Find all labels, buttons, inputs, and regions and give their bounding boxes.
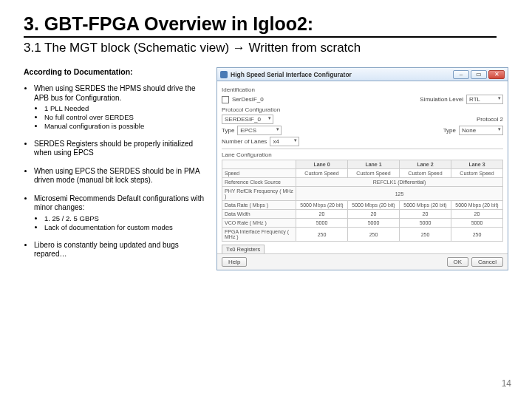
- speed-l3[interactable]: Custom Speed: [451, 169, 503, 178]
- cancel-button[interactable]: Cancel: [471, 257, 503, 267]
- sim-level-label: Simulation Level: [420, 96, 463, 103]
- maximize-button[interactable]: ▭: [471, 70, 487, 79]
- row-fpga-label: FPGA Interface Frequency ( MHz ): [222, 228, 296, 242]
- bullet-1b: No full control over SERDES: [44, 113, 211, 122]
- col-lane3: Lane 3: [451, 160, 503, 169]
- row-vco-label: VCO Rate ( MHz ): [222, 219, 296, 228]
- serdes-select[interactable]: SERDESIF_0: [222, 115, 273, 124]
- vco-l2: 5000: [400, 219, 451, 228]
- type-select[interactable]: EPCS: [237, 126, 282, 135]
- bullet-5: Libero is constantly being updated and b…: [34, 241, 211, 259]
- width-l2: 20: [400, 210, 451, 219]
- doc-heading: According to Documentation:: [24, 67, 211, 77]
- protocol2-type-label: Type: [443, 127, 456, 134]
- title-underline: [24, 36, 497, 38]
- serdes-if-label: SerDesIF_0: [232, 96, 264, 103]
- bullet-1-text: When using SERDES the HPMS should drive …: [34, 84, 195, 102]
- speed-l1[interactable]: Custom Speed: [348, 169, 400, 178]
- width-l3: 20: [451, 210, 503, 219]
- sim-level-select[interactable]: RTL: [466, 95, 503, 104]
- rate-l2[interactable]: 5000 Mbps (20 bit): [400, 201, 451, 210]
- col-lane2: Lane 2: [400, 160, 451, 169]
- minimize-button[interactable]: –: [453, 70, 469, 79]
- window-title: High Speed Serial Interface Configurator: [231, 71, 451, 78]
- bullet-4b: Lack of documentation for custom modes: [44, 223, 211, 232]
- bullet-1: When using SERDES the HPMS should drive …: [34, 84, 211, 131]
- bullet-1a: 1 PLL Needed: [44, 104, 211, 113]
- protocol2-type-select[interactable]: None: [459, 126, 503, 135]
- vco-l3: 5000: [451, 219, 503, 228]
- type-label: Type: [222, 127, 234, 134]
- link-icon: [222, 96, 229, 103]
- bullet-1c: Manual configuration is possible: [44, 122, 211, 131]
- window-footer: Help OK Cancel: [217, 253, 508, 270]
- help-button[interactable]: Help: [222, 257, 247, 267]
- protocol-config-label: Protocol Configuration: [222, 106, 503, 113]
- row-refclk-label: Reference Clock Source: [222, 178, 296, 187]
- bullet-4a: 1. 25 / 2. 5 GBPS: [44, 214, 211, 223]
- refclk-value[interactable]: REFCLK1 (Differential): [296, 178, 503, 187]
- row-speed-label: Speed: [222, 169, 296, 178]
- configurator-window: High Speed Serial Interface Configurator…: [216, 67, 508, 270]
- vco-l1: 5000: [348, 219, 400, 228]
- speed-l0[interactable]: Custom Speed: [296, 169, 348, 178]
- bullet-2: SERDES Registers should be properly init…: [34, 140, 211, 158]
- width-l1: 20: [348, 210, 400, 219]
- row-reffreq-label: PHY RefClk Frequency ( MHz ): [222, 187, 296, 201]
- col-lane0: Lane 0: [296, 160, 348, 169]
- row-width-label: Data Width: [222, 210, 296, 219]
- bullet-3: When using EPCS the SERDES should be in …: [34, 167, 211, 185]
- fpga-l2: 250: [400, 228, 451, 242]
- lanes-label: Number of Lanes: [222, 138, 267, 145]
- lane-config-label: Lane Configuration: [222, 151, 503, 158]
- rate-l1[interactable]: 5000 Mbps (20 bit): [348, 201, 400, 210]
- fpga-l3: 250: [451, 228, 503, 242]
- page-number: 14: [502, 378, 511, 389]
- vco-l0: 5000: [296, 219, 348, 228]
- slide-title: 3. GBT-FPGA Overview in Igloo2:: [24, 13, 508, 35]
- close-button[interactable]: ✕: [488, 70, 505, 79]
- rate-l3[interactable]: 5000 Mbps (20 bit): [451, 201, 503, 210]
- lane-config-table: Lane 0 Lane 1 Lane 2 Lane 3 Speed Custom…: [222, 160, 503, 242]
- window-titlebar: High Speed Serial Interface Configurator…: [217, 68, 508, 81]
- bullet-4-text: Microsemi Recommends Default configurati…: [34, 194, 204, 212]
- speed-l2[interactable]: Custom Speed: [400, 169, 451, 178]
- reffreq-value[interactable]: 125: [296, 187, 503, 201]
- slide-subtitle: 3.1 The MGT block (Schematic view) → Wri…: [24, 41, 508, 55]
- identification-label: Identification: [222, 86, 503, 93]
- fpga-l0: 250: [296, 228, 348, 242]
- window-body: Identification SerDesIF_0 Simulation Lev…: [217, 81, 508, 253]
- col-lane1: Lane 1: [348, 160, 400, 169]
- width-l0: 20: [296, 210, 348, 219]
- left-column: According to Documentation: When using S…: [24, 67, 211, 270]
- row-datarate-label: Data Rate ( Mbps ): [222, 201, 296, 210]
- right-column: High Speed Serial Interface Configurator…: [216, 67, 508, 270]
- fpga-l1: 250: [348, 228, 400, 242]
- rate-l0[interactable]: 5000 Mbps (20 bit): [296, 201, 348, 210]
- protocol2-label: Protocol 2: [477, 116, 503, 123]
- ok-button[interactable]: OK: [447, 257, 469, 267]
- lanes-select[interactable]: x4: [270, 137, 299, 146]
- tab-tx0-registers[interactable]: Tx0 Registers: [222, 245, 265, 253]
- app-icon: [220, 71, 228, 78]
- bullet-4: Microsemi Recommends Default configurati…: [34, 194, 211, 232]
